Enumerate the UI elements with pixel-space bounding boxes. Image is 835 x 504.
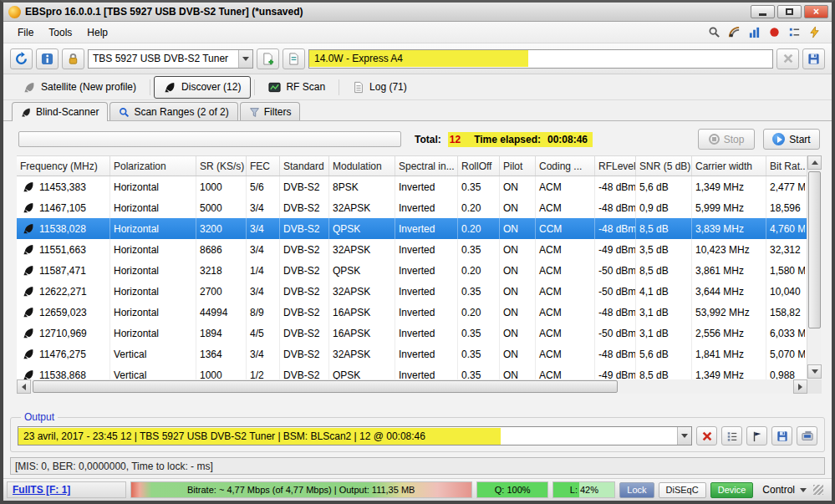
stop-button[interactable]: Stop bbox=[698, 129, 755, 150]
output-details-button[interactable] bbox=[721, 426, 742, 445]
column-header[interactable]: Carrier width bbox=[692, 156, 766, 176]
output-save-button[interactable] bbox=[771, 426, 792, 445]
cell-text: 1,580 M bbox=[766, 260, 805, 281]
record-icon[interactable] bbox=[767, 25, 782, 39]
scroll-down-button[interactable] bbox=[807, 364, 822, 379]
column-header[interactable]: Bit Rat... bbox=[766, 156, 805, 176]
satellite-dish-icon bbox=[20, 369, 37, 379]
column-header[interactable]: Spectral in... bbox=[395, 156, 458, 176]
column-header[interactable]: FEC bbox=[247, 156, 280, 176]
cell-text: DVB-S2 bbox=[280, 323, 329, 344]
table-row[interactable]: 11587,471Horizontal32181/4DVB-S2QPSKInve… bbox=[17, 260, 807, 281]
cell-text: 32APSK bbox=[329, 281, 395, 302]
column-header[interactable]: Frequency (MHz) bbox=[17, 156, 110, 176]
column-header[interactable]: Coding ... bbox=[536, 156, 595, 176]
column-header[interactable]: Standard bbox=[280, 156, 329, 176]
tab-log[interactable]: Log (71) bbox=[343, 76, 417, 99]
table-row[interactable]: 11538,868Vertical10001/2DVB-S2QPSKInvert… bbox=[17, 364, 807, 379]
diseqc-button[interactable]: DiSEqC bbox=[659, 482, 706, 498]
cell-text: ACM bbox=[536, 176, 595, 197]
output-record-device-button[interactable] bbox=[797, 426, 817, 445]
fullts-link[interactable]: FullTS [F: 1] bbox=[7, 481, 126, 498]
device-select-value: TBS 5927 USB DVB-S2 Tuner bbox=[89, 53, 238, 64]
save-button[interactable] bbox=[802, 48, 825, 69]
cell-text: QPSK bbox=[329, 364, 395, 379]
column-header[interactable]: Modulation bbox=[329, 156, 395, 176]
vertical-scrollbar[interactable] bbox=[807, 155, 821, 379]
table-row[interactable]: 11476,275Vertical13643/4DVB-S232APSKInve… bbox=[17, 344, 807, 364]
tab-rf-scan[interactable]: RF Scan bbox=[258, 76, 335, 98]
cell-text: 0.35 bbox=[458, 176, 500, 197]
tab-scan-ranges[interactable]: Scan Ranges (2 of 2) bbox=[109, 102, 237, 120]
table-row[interactable]: 12659,023Horizontal449948/9DVB-S216APSKI… bbox=[17, 302, 807, 323]
cell-text: 3/4 bbox=[247, 197, 280, 218]
scan-table-body: 11453,383Horizontal10005/6DVB-S28PSKInve… bbox=[17, 176, 807, 379]
device-button[interactable]: Device bbox=[710, 482, 754, 498]
column-header[interactable]: Polarization bbox=[110, 156, 196, 176]
tab-filters[interactable]: Filters bbox=[240, 102, 301, 120]
output-select[interactable]: 23 avril, 2017 - 23:45 12 | TBS 5927 USB… bbox=[18, 426, 692, 445]
new-profile-button[interactable] bbox=[257, 48, 279, 69]
table-row[interactable]: 11551,663Horizontal86863/4DVB-S232APSKIn… bbox=[17, 239, 807, 260]
refresh-button[interactable] bbox=[10, 48, 33, 69]
statistics-icon[interactable] bbox=[747, 25, 761, 39]
search-icon[interactable] bbox=[707, 25, 721, 39]
column-header[interactable]: RollOff bbox=[458, 156, 500, 176]
table-row[interactable]: 12710,969Horizontal18944/5DVB-S216APSKIn… bbox=[17, 323, 807, 344]
tab-satellite[interactable]: Satellite (New profile) bbox=[13, 76, 146, 99]
column-header[interactable]: SNR (5 dB) bbox=[636, 156, 692, 176]
cell-text: ACM bbox=[536, 260, 595, 281]
scroll-right-button[interactable] bbox=[793, 379, 807, 394]
minimize-button[interactable] bbox=[751, 5, 775, 18]
signal-scan-icon[interactable] bbox=[727, 25, 741, 39]
output-select-arrow[interactable] bbox=[677, 427, 691, 445]
table-row[interactable]: 11538,028Horizontal32003/4DVB-S2QPSKInve… bbox=[17, 218, 807, 239]
satellite-input[interactable]: 14.0W - Express A4 bbox=[308, 49, 773, 69]
horizontal-scrollbar[interactable] bbox=[17, 379, 807, 394]
horizontal-scroll-thumb[interactable] bbox=[33, 380, 618, 393]
menu-file[interactable]: File bbox=[10, 24, 41, 41]
menu-tools[interactable]: Tools bbox=[41, 24, 79, 41]
column-header[interactable]: RFLevel bbox=[595, 156, 636, 176]
playlist-icon[interactable] bbox=[787, 25, 802, 39]
scroll-up-button[interactable] bbox=[807, 155, 822, 170]
column-header[interactable]: SR (KS/s) bbox=[196, 156, 247, 176]
close-button[interactable]: × bbox=[804, 5, 828, 18]
output-clear-button[interactable] bbox=[696, 426, 717, 445]
tab-rf-scan-label: RF Scan bbox=[286, 81, 325, 93]
lock-button[interactable] bbox=[62, 48, 84, 69]
resize-grip[interactable] bbox=[813, 485, 823, 495]
details-list-icon bbox=[726, 430, 738, 442]
table-row[interactable]: 11453,383Horizontal10005/6DVB-S28PSKInve… bbox=[17, 176, 807, 197]
tab-blind-scanner[interactable]: Blind-Scanner bbox=[12, 102, 108, 121]
scroll-left-button[interactable] bbox=[17, 379, 31, 394]
lock-toggle-button[interactable]: Lock bbox=[619, 482, 654, 498]
cell-text: 32APSK bbox=[329, 197, 395, 218]
maximize-button[interactable] bbox=[777, 5, 802, 18]
page-icon bbox=[288, 53, 300, 65]
cell-text: Horizontal bbox=[110, 260, 196, 281]
table-row[interactable]: 12622,271Horizontal27003/4DVB-S232APSKIn… bbox=[17, 281, 807, 302]
menu-help[interactable]: Help bbox=[79, 24, 115, 41]
table-row[interactable]: 11467,105Horizontal50003/4DVB-S232APSKIn… bbox=[17, 197, 807, 218]
cell-text: ON bbox=[500, 176, 536, 197]
cell-text: Horizontal bbox=[110, 239, 196, 260]
device-select[interactable]: TBS 5927 USB DVB-S2 Tuner bbox=[88, 49, 253, 69]
control-dropdown[interactable]: Control bbox=[757, 484, 828, 496]
frequency-cell: 11538,868 bbox=[17, 364, 110, 379]
info-button[interactable] bbox=[36, 48, 59, 69]
tab-discover[interactable]: Discover (12) bbox=[154, 76, 251, 99]
delete-button[interactable] bbox=[776, 48, 799, 69]
import-profile-button[interactable] bbox=[283, 48, 305, 69]
column-header[interactable]: Pilot bbox=[500, 156, 536, 176]
output-flag-button[interactable] bbox=[746, 426, 767, 445]
cell-text: ON bbox=[500, 260, 536, 281]
results-table: Frequency (MHz)PolarizationSR (KS/s)FECS… bbox=[17, 155, 832, 379]
vertical-scroll-thumb[interactable] bbox=[808, 171, 821, 328]
cell-text: 12710,969 bbox=[39, 328, 87, 339]
start-button[interactable]: Start bbox=[763, 129, 820, 150]
cell-text: 3/4 bbox=[247, 281, 280, 302]
cell-text: 1/2 bbox=[247, 364, 280, 379]
tools-icon[interactable] bbox=[807, 25, 822, 39]
device-select-arrow[interactable] bbox=[238, 50, 252, 68]
